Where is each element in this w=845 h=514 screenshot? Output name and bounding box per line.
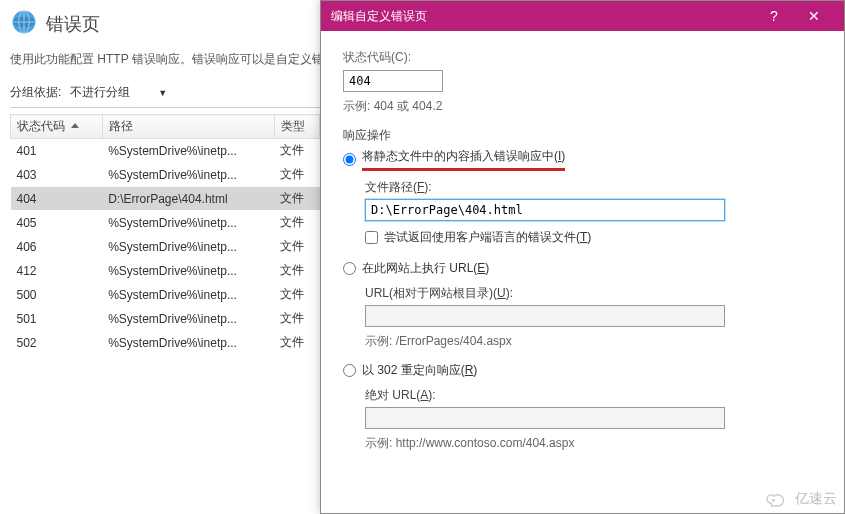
cell-type: 文件: [274, 139, 319, 163]
radio-static-file-label[interactable]: 将静态文件中的内容插入错误响应中(I): [362, 148, 565, 171]
col-status[interactable]: 状态代码: [11, 115, 103, 139]
table-row[interactable]: 501%SystemDrive%\inetp...文件: [11, 307, 320, 331]
cell-type: 文件: [274, 307, 319, 331]
radio-execute-url-label[interactable]: 在此网站上执行 URL(E): [362, 260, 489, 277]
cell-code: 500: [11, 283, 103, 307]
col-type[interactable]: 类型: [274, 115, 319, 139]
cell-type: 文件: [274, 331, 319, 355]
watermark: 亿速云: [763, 490, 837, 508]
cell-path: %SystemDrive%\inetp...: [102, 307, 274, 331]
abs-url-input[interactable]: [365, 407, 725, 429]
cell-path: %SystemDrive%\inetp...: [102, 139, 274, 163]
table-row[interactable]: 406%SystemDrive%\inetp...文件: [11, 235, 320, 259]
cell-path: %SystemDrive%\inetp...: [102, 259, 274, 283]
page-title: 错误页: [46, 12, 100, 36]
table-row[interactable]: 401%SystemDrive%\inetp...文件: [11, 139, 320, 163]
cell-path: %SystemDrive%\inetp...: [102, 235, 274, 259]
edit-error-page-dialog: 编辑自定义错误页 ? ✕ 状态代码(C): 示例: 404 或 404.2 响应…: [320, 0, 845, 514]
cell-type: 文件: [274, 163, 319, 187]
group-by-value: 不进行分组: [70, 84, 130, 101]
url-relative-example: 示例: /ErrorPages/404.aspx: [365, 333, 822, 350]
help-button[interactable]: ?: [754, 8, 794, 24]
checkbox-client-lang-label[interactable]: 尝试返回使用客户端语言的错误文件(T): [384, 229, 591, 246]
table-row[interactable]: 412%SystemDrive%\inetp...文件: [11, 259, 320, 283]
svg-point-3: [772, 499, 775, 502]
cell-code: 401: [11, 139, 103, 163]
dialog-title: 编辑自定义错误页: [331, 8, 427, 25]
cell-path: D:\ErrorPage\404.html: [102, 187, 274, 211]
table-row[interactable]: 404D:\ErrorPage\404.html文件: [11, 187, 320, 211]
table-row[interactable]: 500%SystemDrive%\inetp...文件: [11, 283, 320, 307]
cell-type: 文件: [274, 211, 319, 235]
cell-type: 文件: [274, 235, 319, 259]
status-code-input[interactable]: [343, 70, 443, 92]
radio-redirect[interactable]: [343, 364, 356, 377]
radio-execute-url[interactable]: [343, 262, 356, 275]
cell-code: 412: [11, 259, 103, 283]
cell-code: 501: [11, 307, 103, 331]
url-relative-label: URL(相对于网站根目录)(U):: [365, 285, 822, 302]
table-row[interactable]: 403%SystemDrive%\inetp...文件: [11, 163, 320, 187]
cell-type: 文件: [274, 187, 319, 211]
cell-path: %SystemDrive%\inetp...: [102, 283, 274, 307]
cell-type: 文件: [274, 283, 319, 307]
cell-path: %SystemDrive%\inetp...: [102, 331, 274, 355]
cell-path: %SystemDrive%\inetp...: [102, 163, 274, 187]
radio-redirect-label[interactable]: 以 302 重定向响应(R): [362, 362, 477, 379]
cell-code: 403: [11, 163, 103, 187]
table-row[interactable]: 405%SystemDrive%\inetp...文件: [11, 211, 320, 235]
response-action-label: 响应操作: [343, 127, 822, 144]
chevron-down-icon: ▼: [158, 88, 167, 98]
close-button[interactable]: ✕: [794, 8, 834, 24]
cell-code: 502: [11, 331, 103, 355]
col-path[interactable]: 路径: [102, 115, 274, 139]
table-row[interactable]: 502%SystemDrive%\inetp...文件: [11, 331, 320, 355]
status-code-label: 状态代码(C):: [343, 49, 822, 66]
abs-url-example: 示例: http://www.contoso.com/404.aspx: [365, 435, 822, 452]
file-path-input[interactable]: [365, 199, 725, 221]
abs-url-label: 绝对 URL(A):: [365, 387, 822, 404]
error-pages-table: 状态代码 路径 类型 401%SystemDrive%\inetp...文件40…: [10, 114, 320, 355]
checkbox-client-lang[interactable]: [365, 231, 378, 244]
status-code-example: 示例: 404 或 404.2: [343, 98, 822, 115]
file-path-label: 文件路径(F):: [365, 179, 822, 196]
group-by-label: 分组依据:: [10, 84, 61, 101]
cell-type: 文件: [274, 259, 319, 283]
globe-icon: [10, 8, 38, 39]
cell-code: 404: [11, 187, 103, 211]
radio-static-file[interactable]: [343, 153, 356, 166]
cell-code: 406: [11, 235, 103, 259]
url-relative-input[interactable]: [365, 305, 725, 327]
cell-path: %SystemDrive%\inetp...: [102, 211, 274, 235]
group-by-dropdown[interactable]: 不进行分组 ▼: [67, 82, 170, 103]
cell-code: 405: [11, 211, 103, 235]
